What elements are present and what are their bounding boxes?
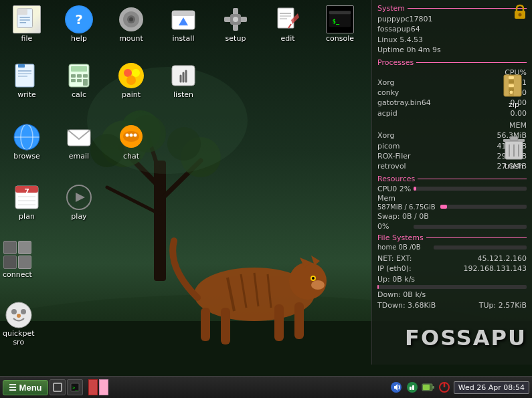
edit-label: edit: [280, 34, 294, 43]
svg-point-26: [312, 277, 315, 280]
tdown-tup-row: TDown: 3.68KiB TUp: 2.57KiB: [377, 300, 527, 310]
play-desktop-icon[interactable]: play: [55, 181, 103, 223]
edit-icon[interactable]: edit: [264, 3, 312, 45]
lock-icon-wrap[interactable]: [511, 3, 529, 21]
svg-point-40: [129, 17, 133, 21]
taskbar-window-btn[interactable]: [50, 379, 66, 395]
install-label: install: [173, 34, 195, 43]
edit-icon-img: [274, 5, 302, 33]
mem-res-label: Mem: [377, 194, 527, 203]
tray-audio-icon[interactable]: [389, 381, 403, 394]
email-icon-img: [65, 123, 93, 151]
svg-rect-55: [329, 11, 351, 14]
paint-desktop-icon[interactable]: paint: [107, 59, 155, 102]
swap-row: Swap: 0B / 0B: [377, 211, 527, 221]
plan-label: plan: [19, 212, 35, 221]
net-ext-row: NET: EXT: 45.121.2.160: [377, 254, 527, 264]
lock-icon: [511, 3, 529, 21]
svg-rect-17: [201, 308, 210, 341]
taskbar-terminal-btn[interactable]: >_: [67, 379, 83, 395]
row2-icons: write calc paint listen: [3, 59, 207, 103]
fs-title: File Systems: [377, 233, 527, 242]
svg-rect-58: [18, 64, 25, 68]
console-icon[interactable]: $_ console: [316, 3, 364, 45]
calc-label: calc: [72, 90, 86, 99]
trash-icon-wrap[interactable]: trash: [500, 134, 528, 171]
connect-label: connect: [3, 270, 32, 279]
connect-desktop-icon[interactable]: connect: [3, 241, 32, 279]
calc-desktop-icon[interactable]: calc: [55, 59, 103, 102]
svg-rect-68: [77, 79, 82, 82]
quickpet-desktop-icon[interactable]: quickpetsro: [3, 301, 35, 346]
file-icon-img: [13, 5, 41, 33]
taskbar: ☰ Menu >_: [0, 376, 532, 398]
listen-icon-img: [169, 62, 197, 90]
file-icon[interactable]: file: [3, 3, 51, 45]
svg-rect-18: [221, 308, 230, 344]
resources-title: Resources: [377, 175, 527, 183]
help-icon-img: ?: [65, 5, 93, 33]
system-monitor-panel: System puppypc17801 fossapup64 Linux 5.4…: [371, 0, 532, 365]
file-label: file: [21, 34, 33, 43]
svg-text:7: 7: [24, 187, 29, 196]
help-icon[interactable]: ? help: [55, 3, 103, 45]
ip-row: IP (eth0): 192.168.131.143: [377, 264, 527, 274]
desktop: file ? help mount install setup: [0, 0, 532, 376]
browse-desktop-icon[interactable]: browse: [3, 120, 51, 163]
plan-icon-img: 7: [13, 183, 41, 211]
write-icon-img: [13, 62, 41, 90]
browse-label: browse: [13, 152, 40, 161]
systray: Wed 26 Apr 08:54: [389, 381, 529, 394]
setup-icon[interactable]: setup: [211, 3, 260, 45]
taskbar-color2[interactable]: [99, 379, 108, 395]
svg-text:$_: $_: [333, 18, 340, 25]
chat-label: chat: [123, 152, 139, 161]
row3-icons: browse email chat: [3, 120, 155, 165]
tray-battery-icon[interactable]: [422, 381, 435, 394]
chat-desktop-icon[interactable]: chat: [107, 120, 155, 163]
svg-point-82: [126, 134, 129, 137]
install-icon[interactable]: install: [159, 3, 207, 45]
tray-net-icon[interactable]: [406, 381, 419, 394]
svg-text:>_: >_: [72, 385, 78, 391]
svg-rect-101: [509, 76, 514, 79]
net-section: NET: EXT: 45.121.2.160 IP (eth0): 192.16…: [377, 254, 527, 310]
uptime: Uptime 0h 4m 9s: [377, 45, 441, 55]
user: fossapup64: [377, 24, 420, 34]
install-icon-img: [169, 5, 197, 33]
svg-rect-19: [274, 304, 284, 341]
listen-label: listen: [173, 90, 193, 99]
svg-point-29: [311, 280, 325, 290]
home-bar: home 0B /0B: [377, 243, 527, 251]
write-desktop-icon[interactable]: write: [3, 59, 51, 102]
console-label: console: [326, 34, 354, 43]
svg-rect-122: [432, 386, 434, 389]
mount-label: mount: [119, 34, 143, 43]
listen-desktop-icon[interactable]: listen: [159, 59, 207, 102]
svg-rect-108: [510, 136, 518, 140]
tray-power-icon[interactable]: [438, 381, 451, 394]
svg-rect-3: [154, 161, 166, 281]
plan-desktop-icon[interactable]: 7 plan: [3, 181, 51, 223]
up-bar: [377, 285, 527, 289]
kernel: Linux 5.4.53: [377, 35, 423, 45]
mount-icon[interactable]: mount: [107, 3, 155, 45]
up-row: Up: 0B k/s: [377, 274, 527, 284]
svg-point-96: [17, 314, 21, 318]
menu-button[interactable]: ☰ Menu: [3, 380, 48, 395]
svg-point-83: [130, 134, 133, 137]
svg-rect-48: [278, 8, 294, 28]
browse-icon-img: [13, 123, 41, 151]
svg-rect-57: [15, 64, 34, 87]
fossapu-brand: FOSSAPU: [371, 325, 532, 351]
mount-icon-img: [117, 5, 145, 33]
zip-icon-wrap[interactable]: zip: [500, 72, 528, 109]
svg-rect-66: [83, 74, 88, 78]
taskbar-color1[interactable]: [88, 379, 98, 395]
paint-icon-img: [117, 62, 145, 90]
email-desktop-icon[interactable]: email: [55, 120, 103, 163]
down-row: Down: 0B k/s: [377, 290, 527, 300]
taskbar-clock[interactable]: Wed 26 Apr 08:54: [454, 381, 529, 394]
trash-label: trash: [505, 162, 523, 171]
proc-acpid-cpu: acpid0.00: [377, 108, 527, 118]
